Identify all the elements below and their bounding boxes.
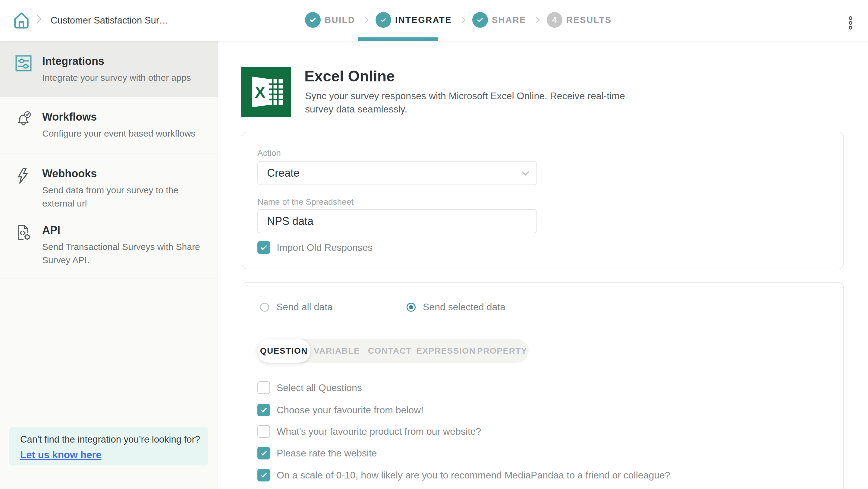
breadcrumb[interactable]: Customer Satisfaction Sur… — [51, 15, 168, 26]
wizard-stepper: BUILD INTEGRATE SHARE — [305, 12, 612, 28]
step-number-icon: 4 — [547, 12, 562, 28]
sidebar-item-title: API — [42, 224, 60, 237]
bell-check-icon — [15, 111, 32, 127]
checkbox-icon — [257, 381, 270, 394]
action-select-value: Create — [267, 167, 300, 179]
question-checkbox[interactable]: Please rate the website — [257, 447, 377, 459]
question-checkbox[interactable]: What's your favourite product from our w… — [257, 425, 481, 438]
more-options-icon[interactable] — [844, 14, 857, 32]
question-checkbox[interactable]: Choose your favourite from below! — [257, 404, 424, 416]
home-icon[interactable] — [12, 11, 31, 30]
sidebar-item-title: Integrations — [42, 55, 104, 67]
step-separator-icon — [362, 17, 369, 24]
help-text: Can't find the integration you’re lookin… — [20, 434, 208, 445]
checkbox-icon — [257, 404, 270, 416]
send-selected-data-radio[interactable]: Send selected data — [407, 302, 505, 313]
step-separator-icon — [459, 17, 466, 24]
select-all-questions-checkbox[interactable]: Select all Questions — [257, 381, 362, 394]
step-check-icon — [305, 12, 321, 28]
question-checkbox[interactable]: On a scale of 0-10, how likely are you t… — [257, 469, 670, 482]
sidebar-item-subtitle: Send Transactional Surveys with Share Su… — [42, 240, 202, 267]
data-type-tabs: QUESTION VARIABLE CONTACT EXPRESSION PRO… — [257, 339, 529, 363]
app-title: Excel Online — [304, 67, 395, 85]
sidebar-item-title: Webhooks — [42, 167, 97, 180]
action-label: Action — [257, 148, 281, 158]
sliders-icon — [15, 55, 32, 72]
app-description: Sync your survey responses with Microsof… — [305, 89, 630, 116]
step-results[interactable]: 4 RESULTS — [547, 12, 612, 28]
sidebar-item-subtitle: Integrate your survey with other apps — [42, 71, 202, 84]
checkbox-icon — [257, 447, 270, 459]
sidebar-item-subtitle: Configure your event based workflows — [42, 127, 202, 140]
send-all-data-radio[interactable]: Send all data — [260, 302, 333, 313]
spreadsheet-name-label: Name of the Spreadsheet — [257, 197, 353, 207]
lightning-icon — [15, 167, 32, 184]
tab-variable[interactable]: VARIABLE — [310, 339, 364, 363]
tab-contact[interactable]: CONTACT — [363, 339, 416, 363]
step-separator-icon — [533, 17, 540, 24]
svg-text:X: X — [255, 84, 266, 101]
main-content: X Excel Online Sync your survey response… — [218, 41, 868, 489]
sidebar-item-integrations[interactable]: Integrations Integrate your survey with … — [0, 41, 218, 97]
step-share[interactable]: SHARE — [472, 12, 526, 28]
step-build[interactable]: BUILD — [305, 12, 355, 28]
let-us-know-link[interactable]: Let us know here — [20, 449, 101, 461]
radio-icon — [407, 303, 415, 312]
sidebar-item-subtitle: Send data from your survey to the extern… — [42, 184, 202, 210]
tab-property[interactable]: PROPERTY — [475, 339, 529, 363]
sidebar-item-api[interactable]: API Send Transactional Surveys with Shar… — [0, 210, 218, 279]
tab-expression[interactable]: EXPRESSION — [416, 339, 475, 363]
excel-logo-icon: X — [241, 67, 291, 117]
sidebar: Integrations Integrate your survey with … — [0, 41, 218, 489]
checkbox-icon — [257, 241, 270, 254]
sidebar-item-webhooks[interactable]: Webhooks Send data from your survey to t… — [0, 153, 218, 210]
spreadsheet-name-input[interactable] — [257, 209, 537, 233]
import-old-responses-checkbox[interactable]: Import Old Responses — [257, 241, 373, 254]
sidebar-item-title: Workflows — [42, 111, 97, 123]
chevron-down-icon — [522, 168, 529, 176]
checkbox-icon — [257, 469, 270, 482]
checkbox-icon — [257, 425, 270, 438]
tab-question[interactable]: QUESTION — [257, 339, 310, 363]
sidebar-item-workflows[interactable]: Workflows Configure your event based wor… — [0, 97, 218, 153]
code-document-gear-icon — [15, 224, 32, 241]
radio-icon — [260, 303, 269, 312]
data-selection-card: Send all data Send selected data QUESTIO… — [242, 282, 844, 489]
step-check-icon — [472, 12, 488, 28]
step-integrate[interactable]: INTEGRATE — [375, 12, 452, 28]
breadcrumb-chevron-icon — [34, 15, 41, 23]
integration-help-box: Can't find the integration you’re lookin… — [9, 427, 208, 465]
action-select[interactable]: Create — [257, 161, 537, 185]
integration-page: Customer Satisfaction Sur… BUILD INTEGRA… — [0, 0, 868, 489]
integration-settings-card: Action Create Name of the Spreadsheet Im… — [242, 132, 844, 269]
card-divider — [257, 325, 830, 325]
top-bar: Customer Satisfaction Sur… BUILD INTEGRA… — [0, 0, 868, 41]
active-step-underline — [358, 37, 438, 41]
step-check-icon — [375, 12, 391, 28]
